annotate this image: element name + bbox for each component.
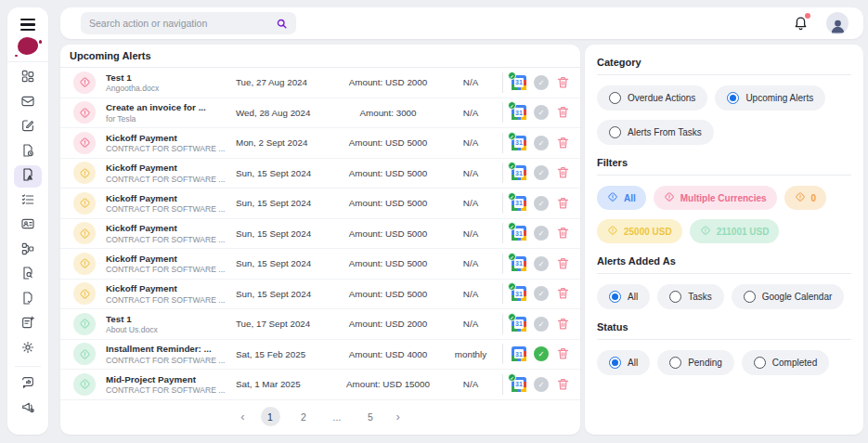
alert-row[interactable]: Mid-Project Payment CONTRACT FOR SOFTWAR… — [60, 370, 580, 400]
alert-row[interactable]: Kickoff Payment CONTRACT FOR SOFTWARE ..… — [60, 280, 580, 310]
complete-check-icon[interactable]: ✓ — [534, 346, 549, 361]
complete-check-icon[interactable]: ✓ — [534, 256, 549, 271]
complete-check-icon[interactable]: ✓ — [534, 226, 549, 241]
radio-all[interactable]: All — [597, 284, 650, 309]
complete-check-icon[interactable]: ✓ — [534, 105, 549, 120]
radio-all[interactable]: All — [597, 350, 650, 375]
google-calendar-icon[interactable]: 31 ✓ — [512, 317, 526, 332]
alert-row[interactable]: Test 1 Angootha.docx Tue, 27 Aug 2024 Am… — [60, 68, 580, 98]
search-icon[interactable] — [276, 18, 288, 30]
alert-row[interactable]: Create an invoice for ... for Tesla Wed,… — [60, 98, 580, 129]
delete-icon[interactable] — [556, 317, 570, 332]
delete-icon[interactable] — [556, 75, 570, 90]
complete-check-icon[interactable]: ✓ — [534, 136, 549, 150]
complete-check-icon[interactable]: ✓ — [534, 286, 549, 301]
alert-row[interactable]: Test 1 About Us.docx Tue, 17 Sept 2024 A… — [60, 309, 580, 340]
complete-check-icon[interactable]: ✓ — [534, 377, 549, 392]
delete-icon[interactable] — [556, 256, 570, 271]
google-calendar-icon[interactable]: 31 ✓ — [512, 165, 526, 180]
delete-icon[interactable] — [556, 377, 570, 392]
alert-diamond-icon — [795, 191, 806, 204]
sidebar-item-review-documents[interactable] — [14, 264, 42, 286]
delete-icon[interactable] — [556, 346, 570, 361]
google-calendar-icon[interactable]: 31 ✓ — [512, 256, 526, 271]
alert-row[interactable]: Kickoff Payment CONTRACT FOR SOFTWARE ..… — [60, 249, 580, 280]
google-calendar-icon[interactable]: 31 ✓ — [512, 377, 526, 392]
sidebar-item-settings[interactable] — [14, 338, 42, 360]
alert-row[interactable]: Installment Reminder: ... CONTRACT FOR S… — [60, 340, 580, 371]
complete-check-icon[interactable]: ✓ — [534, 165, 549, 180]
google-calendar-icon[interactable]: 31 ✓ — [512, 136, 526, 150]
filter-pill-multiple-currencies[interactable]: Multiple Currencies — [654, 186, 777, 210]
delete-icon[interactable] — [556, 226, 570, 241]
sidebar-item-feedback[interactable] — [14, 373, 42, 396]
google-calendar-icon[interactable]: 31 ✓ — [512, 196, 526, 211]
avatar[interactable] — [826, 12, 849, 34]
sidebar-item-compose[interactable] — [14, 116, 42, 138]
alert-subtitle: CONTRACT FOR SOFTWARE ... — [106, 265, 236, 274]
radio-tasks[interactable]: Tasks — [657, 284, 724, 309]
page-button-2[interactable]: 2 — [294, 407, 314, 426]
complete-check-icon[interactable]: ✓ — [534, 196, 549, 211]
filter-pill-0[interactable]: 0 — [784, 186, 827, 210]
pagination-next[interactable]: › — [395, 410, 402, 423]
alert-titles: Kickoff Payment CONTRACT FOR SOFTWARE ..… — [96, 254, 236, 275]
alert-frequency: N/A — [445, 379, 497, 389]
google-calendar-icon[interactable]: 31 ✓ — [512, 286, 526, 301]
page-button-5[interactable]: 5 — [361, 407, 381, 426]
google-calendar-icon[interactable]: 31 ✓ — [512, 75, 526, 90]
alert-titles: Create an invoice for ... for Tesla — [96, 102, 236, 124]
radio-pending[interactable]: Pending — [657, 350, 734, 375]
notification-bell-icon[interactable] — [793, 15, 810, 32]
page-button-[interactable]: ... — [328, 407, 347, 426]
alert-row[interactable]: Kickoff Payment CONTRACT FOR SOFTWARE ..… — [60, 128, 580, 159]
filter-pill-211001-usd[interactable]: 211001 USD — [690, 219, 780, 243]
radio-overdue-actions[interactable]: Overdue Actions — [597, 85, 707, 111]
page-button-1[interactable]: 1 — [261, 407, 280, 426]
sidebar-item-signed-documents[interactable] — [14, 289, 42, 311]
google-calendar-icon[interactable]: 31 ✓ — [512, 105, 526, 120]
delete-icon[interactable] — [556, 136, 570, 150]
radio-icon — [609, 357, 621, 369]
sidebar-item-tasks[interactable] — [14, 190, 42, 213]
google-calendar-icon[interactable]: 31 — [512, 346, 526, 361]
hamburger-menu-icon[interactable] — [20, 19, 35, 31]
radio-alerts-from-tasks[interactable]: Alerts From Tasks — [597, 120, 714, 145]
document-alert-icon — [20, 167, 35, 186]
divider — [597, 175, 851, 176]
alert-titles: Kickoff Payment CONTRACT FOR SOFTWARE ..… — [96, 193, 236, 215]
radio-completed[interactable]: Completed — [742, 350, 829, 375]
sidebar-item-workflow[interactable] — [14, 240, 42, 262]
complete-check-icon[interactable]: ✓ — [534, 317, 549, 332]
sidebar-item-dashboard[interactable] — [14, 67, 42, 89]
sidebar-item-announcements[interactable] — [14, 397, 42, 420]
delete-icon[interactable] — [556, 105, 570, 120]
divider — [502, 344, 503, 364]
document-search-icon — [20, 266, 35, 284]
top-bar — [60, 7, 863, 39]
filter-pill-25000-usd[interactable]: 25000 USD — [597, 219, 682, 243]
radio-google-calendar[interactable]: Google Calendar — [732, 284, 845, 309]
filter-pill-all[interactable]: All — [597, 186, 646, 210]
alert-row[interactable]: Kickoff Payment CONTRACT FOR SOFTWARE ..… — [60, 189, 580, 219]
delete-icon[interactable] — [556, 286, 570, 301]
search-box[interactable] — [81, 12, 296, 34]
sidebar-item-alerts[interactable] — [14, 165, 42, 188]
sidebar-item-create-document[interactable] — [14, 313, 42, 335]
alert-titles: Kickoff Payment CONTRACT FOR SOFTWARE ..… — [96, 163, 236, 184]
sidebar-item-inbox[interactable] — [14, 92, 42, 114]
alert-diamond-icon — [700, 225, 711, 238]
pagination-prev[interactable]: ‹ — [239, 410, 246, 423]
alert-amount: Amount: 3000 — [331, 108, 445, 118]
delete-icon[interactable] — [556, 165, 570, 180]
alert-row[interactable]: Kickoff Payment CONTRACT FOR SOFTWARE ..… — [60, 159, 580, 189]
radio-upcoming-alerts[interactable]: Upcoming Alerts — [715, 85, 825, 111]
complete-check-icon[interactable]: ✓ — [534, 75, 549, 90]
search-input[interactable] — [89, 18, 276, 29]
alert-row[interactable]: Kickoff Payment CONTRACT FOR SOFTWARE ..… — [60, 219, 580, 250]
brand-logo-icon[interactable] — [18, 37, 38, 55]
sidebar-item-pending-documents[interactable] — [14, 141, 42, 163]
sidebar-item-contacts[interactable] — [14, 215, 42, 237]
google-calendar-icon[interactable]: 31 ✓ — [512, 226, 526, 241]
delete-icon[interactable] — [556, 196, 570, 211]
